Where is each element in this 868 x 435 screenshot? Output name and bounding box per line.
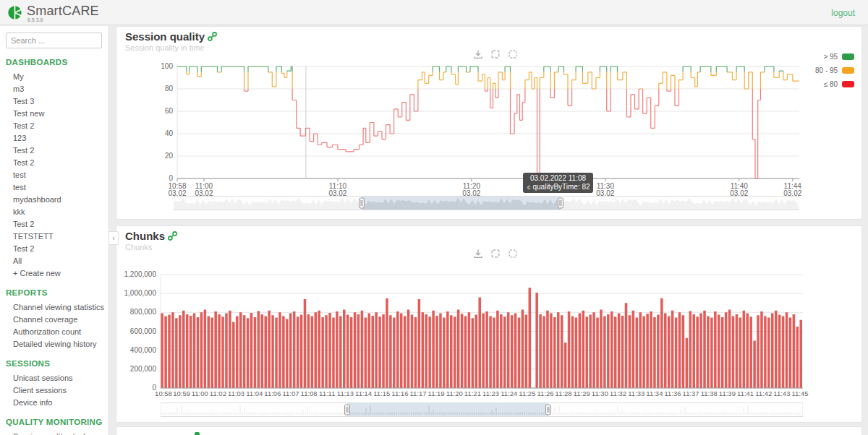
- navigator-handle[interactable]: [558, 198, 563, 208]
- top-bar: SmartCARE 6.5.3.6 logout: [0, 0, 868, 25]
- sidebar-section-title: DASHBOARDS: [6, 58, 109, 66]
- sidebar-section-title: REPORTS: [6, 288, 109, 297]
- chart-link-icon[interactable]: [168, 231, 177, 243]
- svg-text:11:20: 11:20: [446, 389, 463, 397]
- chunks-title-text: Chunks: [125, 230, 165, 242]
- download-icon[interactable]: [472, 48, 484, 60]
- session-quality-subtitle: Session quality in time: [125, 43, 204, 52]
- svg-text:11:24: 11:24: [501, 389, 517, 397]
- svg-text:11:06: 11:06: [264, 389, 281, 397]
- sidebar-item-session-quality-stack[interactable]: Session quality stack: [0, 430, 109, 435]
- sidebar-item-kkk[interactable]: kkk: [0, 205, 109, 218]
- svg-text:11:07: 11:07: [282, 389, 299, 397]
- session-quality-title-text: Session quality: [125, 30, 205, 43]
- sidebar-item-test-new[interactable]: Test new: [0, 107, 109, 119]
- svg-text:800,000: 800,000: [130, 308, 157, 316]
- svg-text:400,000: 400,000: [130, 346, 157, 354]
- svg-text:60: 60: [165, 107, 174, 115]
- sidebar-item-unicast-sessions[interactable]: Unicast sessions: [0, 371, 109, 384]
- sidebar-item--create-new[interactable]: + Create new: [0, 267, 109, 279]
- chunks-chart[interactable]: 1,200,0001,000,000800,000600,000400,0002…: [116, 269, 862, 400]
- svg-text:11:16: 11:16: [391, 389, 408, 397]
- svg-text:11:03: 11:03: [228, 389, 244, 397]
- tooltip-series-marker: c: [527, 183, 531, 191]
- svg-text:03.02: 03.02: [783, 189, 801, 196]
- session-quality-navigator[interactable]: [174, 196, 799, 211]
- logout-link[interactable]: logout: [831, 8, 855, 18]
- navigator-handle[interactable]: [359, 198, 365, 208]
- navigator-handle[interactable]: [344, 405, 349, 415]
- tooltip-date: 03.02.2022 11:08: [527, 174, 589, 183]
- svg-text:11:30: 11:30: [592, 389, 608, 397]
- sidebar-item-all[interactable]: All: [0, 254, 109, 267]
- sidebar: DASHBOARDSMym3Test 3Test newTest 2123Tes…: [0, 26, 109, 435]
- next-panel-peek: [116, 426, 862, 435]
- sidebar-section-title: QUALITY MONITORING: [6, 418, 109, 426]
- search-input[interactable]: [6, 33, 102, 48]
- sidebar-item-test-2[interactable]: Test 2: [0, 156, 109, 168]
- sidebar-item-test-2[interactable]: Test 2: [0, 119, 109, 132]
- sidebar-item-my[interactable]: My: [0, 70, 109, 82]
- sidebar-item-detailed-viewing-history[interactable]: Detailed viewing history: [0, 337, 109, 350]
- sidebar-item-test[interactable]: test: [0, 181, 109, 193]
- zoom-window-icon[interactable]: [490, 248, 501, 259]
- sidebar-collapse-handle[interactable]: ‹: [109, 231, 119, 245]
- svg-text:600,000: 600,000: [130, 327, 157, 335]
- sidebar-item-device-info[interactable]: Device info: [0, 396, 109, 408]
- sidebar-item-client-sessions[interactable]: Client sessions: [0, 384, 109, 396]
- legend-swatch: [842, 53, 854, 60]
- svg-text:11:34: 11:34: [646, 389, 663, 397]
- chunks-toolbar: [472, 248, 519, 259]
- session-quality-chart[interactable]: 02040608010010:5803.0211:0003.0211:1003.…: [116, 61, 862, 196]
- svg-text:80: 80: [165, 85, 174, 92]
- svg-text:11:15: 11:15: [373, 389, 390, 397]
- navigator-handle[interactable]: [545, 405, 550, 415]
- sidebar-item-authorization-count[interactable]: Authorization count: [0, 325, 109, 337]
- sidebar-item-test-2[interactable]: Test 2: [0, 144, 109, 156]
- svg-text:03.02: 03.02: [462, 189, 480, 196]
- svg-text:11:32: 11:32: [610, 389, 626, 397]
- reset-zoom-icon[interactable]: [507, 248, 519, 259]
- download-icon[interactable]: [472, 248, 484, 259]
- svg-text:11:17: 11:17: [409, 389, 426, 397]
- sidebar-item-mydashboard[interactable]: mydashboard: [0, 193, 109, 205]
- svg-text:11:02: 11:02: [210, 389, 226, 397]
- svg-text:11:43: 11:43: [773, 389, 790, 397]
- sidebar-item-tetstett[interactable]: TETSTETT: [0, 230, 109, 242]
- app-version: 6.5.3.6: [27, 17, 43, 22]
- svg-text:1,200,000: 1,200,000: [124, 270, 157, 278]
- sidebar-item-test[interactable]: test: [0, 168, 109, 181]
- svg-text:11:28: 11:28: [556, 389, 572, 397]
- sidebar-item-123[interactable]: 123: [0, 132, 109, 144]
- sidebar-item-m3[interactable]: m3: [0, 82, 109, 95]
- chart-link-icon[interactable]: [208, 31, 217, 43]
- svg-text:11:41: 11:41: [737, 389, 754, 397]
- sidebar-item-test-3[interactable]: Test 3: [0, 95, 109, 107]
- svg-text:11:26: 11:26: [537, 389, 553, 397]
- smartcare-logo-icon: [7, 5, 22, 20]
- svg-text:11:29: 11:29: [574, 389, 590, 397]
- sidebar-item-channel-viewing-statistics[interactable]: Channel viewing statistics: [0, 301, 109, 313]
- quality-toolbar: [472, 48, 519, 60]
- svg-text:40: 40: [165, 129, 174, 137]
- zoom-window-icon[interactable]: [490, 48, 501, 60]
- svg-text:11:38: 11:38: [701, 389, 718, 397]
- svg-text:11:33: 11:33: [628, 389, 644, 397]
- sidebar-section-title: SESSIONS: [6, 359, 109, 368]
- svg-text:20: 20: [165, 152, 174, 160]
- legend-label: > 95: [823, 53, 838, 61]
- reset-zoom-icon[interactable]: [507, 48, 519, 60]
- sidebar-item-test-2[interactable]: Test 2: [0, 218, 109, 230]
- sidebar-section-quality-monitoring: QUALITY MONITORINGSession quality stackB…: [0, 418, 109, 435]
- svg-text:03.02: 03.02: [168, 189, 186, 196]
- svg-text:11:11: 11:11: [319, 389, 335, 397]
- svg-text:11:25: 11:25: [519, 389, 535, 397]
- sidebar-item-test-2[interactable]: Test 2: [0, 242, 109, 254]
- sidebar-section-reports: REPORTSChannel viewing statisticsChannel…: [0, 288, 109, 350]
- svg-text:11:04: 11:04: [246, 389, 263, 397]
- chunks-navigator[interactable]: [161, 402, 803, 418]
- chunks-title: Chunks: [125, 230, 177, 243]
- sidebar-item-channel-coverage[interactable]: Channel coverage: [0, 313, 109, 325]
- svg-text:11:08: 11:08: [301, 389, 318, 397]
- svg-text:11:39: 11:39: [719, 389, 736, 397]
